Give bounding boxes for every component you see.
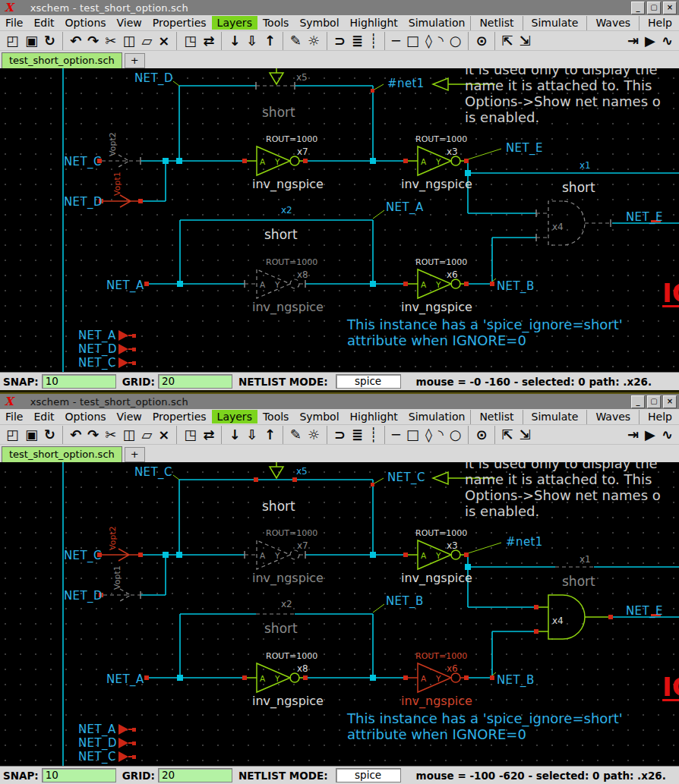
netlist-icon[interactable]: ⇥ [624, 426, 642, 444]
menu-item[interactable]: Layers [212, 410, 257, 423]
menu-item[interactable]: Symbol [294, 16, 344, 30]
menu-item[interactable]: Layers [212, 16, 257, 30]
schematic-canvas[interactable]: NET_D x5 short #net1 it is used only to … [0, 68, 679, 372]
gate-symbol-icon[interactable]: ⊃ [327, 32, 349, 50]
reload-icon[interactable]: ↻ [41, 32, 58, 50]
copy-icon[interactable]: ◫ [119, 426, 138, 444]
gate-symbol-icon[interactable]: ⊃ [327, 426, 349, 444]
rectangle-icon[interactable]: □ [403, 32, 422, 50]
redo-icon[interactable]: ↷ [84, 32, 102, 50]
menu-item[interactable]: Tools [257, 410, 295, 423]
new-tab-button[interactable]: + [125, 447, 145, 462]
go-up-icon[interactable]: ↑ [261, 426, 279, 444]
menu-item[interactable]: Options [60, 16, 112, 30]
light-toggle-icon[interactable]: ☼ [305, 426, 323, 444]
wire-icon[interactable]: ┊ [366, 426, 381, 444]
polygon-icon[interactable]: ◊ [422, 426, 435, 444]
menu-item[interactable]: File [0, 410, 28, 423]
reload-icon[interactable]: ↻ [41, 426, 58, 444]
redo-icon[interactable]: ↷ [84, 426, 102, 444]
zoom-out-icon[interactable]: ⇲ [516, 32, 534, 50]
close-button[interactable]: × [663, 395, 677, 408]
menu-item[interactable]: Tools [257, 16, 295, 30]
go-up-icon[interactable]: ↑ [261, 32, 279, 50]
netlist-icon[interactable]: ⇥ [624, 32, 642, 50]
circle-icon[interactable]: ○ [447, 426, 465, 444]
light-toggle-icon[interactable]: ☼ [305, 32, 323, 50]
menu-item[interactable]: Edit [28, 16, 59, 30]
menu-item[interactable]: Edit [28, 410, 59, 423]
title-bar[interactable]: X xschem - test_short_option.sch _▢× [0, 394, 679, 409]
menu-item[interactable]: Waves [586, 410, 639, 424]
menu-item[interactable]: Netlist [470, 16, 522, 30]
polygon-icon[interactable]: ◊ [422, 32, 435, 50]
grid-input[interactable]: 20 [158, 768, 232, 782]
menu-item[interactable]: Netlist [470, 410, 522, 424]
net-label-icon[interactable]: ≣ [349, 32, 366, 50]
menu-item[interactable]: Properties [147, 410, 212, 423]
draw-pencil-icon[interactable]: ✎ [283, 32, 305, 50]
push-arrow-down-icon[interactable]: ↓ [221, 426, 243, 444]
simulate-icon[interactable]: ▶ [642, 32, 658, 50]
copy-icon[interactable]: ◫ [119, 32, 138, 50]
circle-icon[interactable]: ○ [447, 32, 465, 50]
paste-icon[interactable]: ▱ [138, 32, 155, 50]
cut-icon[interactable]: ✂ [102, 426, 119, 444]
menu-item[interactable]: Simulation [403, 410, 471, 423]
wire-icon[interactable]: ┊ [366, 32, 381, 50]
menu-item[interactable]: Options [60, 410, 112, 423]
simulate-icon[interactable]: ▶ [642, 426, 658, 444]
menu-item[interactable]: Help [639, 16, 679, 30]
undo-icon[interactable]: ↶ [62, 426, 84, 444]
minimize-button[interactable]: _ [631, 395, 645, 408]
title-bar[interactable]: X xschem - test_short_option.sch _▢× [0, 0, 679, 15]
swap-icon[interactable]: ⇄ [200, 32, 217, 50]
push-arrow-down-icon[interactable]: ↓ [221, 32, 243, 50]
menu-item[interactable]: Highlight [345, 410, 403, 423]
zoom-search-icon[interactable]: ⊙ [468, 32, 490, 50]
maximize-button[interactable]: ▢ [647, 395, 661, 408]
waves-icon[interactable]: ∿ [658, 426, 676, 444]
draw-pencil-icon[interactable]: ✎ [283, 426, 305, 444]
menu-item[interactable]: Waves [586, 16, 639, 30]
menu-item[interactable]: Highlight [345, 16, 403, 30]
insert-symbol-icon[interactable]: ◳ [176, 32, 200, 50]
open-file-icon[interactable]: ◰ [3, 426, 22, 444]
delete-icon[interactable]: × [155, 32, 172, 50]
menu-item[interactable]: Simulate [523, 16, 587, 30]
net-label-icon[interactable]: ≣ [349, 426, 366, 444]
menu-item[interactable]: View [112, 410, 147, 423]
waves-icon[interactable]: ∿ [658, 32, 676, 50]
menu-item[interactable]: Properties [147, 16, 212, 30]
menu-item[interactable]: Help [639, 410, 679, 424]
arc-icon[interactable]: ◝ [435, 32, 447, 50]
save-icon[interactable]: ▣ [22, 426, 41, 444]
snap-input[interactable]: 10 [42, 768, 116, 782]
line-icon[interactable]: ─ [384, 426, 403, 444]
zoom-search-icon[interactable]: ⊙ [468, 426, 490, 444]
menu-item[interactable]: Simulate [523, 410, 587, 424]
netlist-mode-input[interactable]: spice [336, 768, 401, 782]
close-button[interactable]: × [663, 2, 677, 14]
tab-schematic[interactable]: test_short_option.sch [2, 446, 122, 462]
save-icon[interactable]: ▣ [22, 32, 41, 50]
descend-symbol-icon[interactable]: ⇩ [244, 32, 261, 50]
maximize-button[interactable]: ▢ [647, 2, 661, 14]
arc-icon[interactable]: ◝ [435, 426, 447, 444]
tab-schematic[interactable]: test_short_option.sch [2, 52, 122, 68]
netlist-mode-input[interactable]: spice [336, 374, 401, 389]
snap-input[interactable]: 10 [42, 374, 116, 389]
schematic-canvas[interactable]: NET_C x5 short NET_C it is used only to … [0, 462, 679, 766]
rectangle-icon[interactable]: □ [403, 426, 422, 444]
new-tab-button[interactable]: + [125, 53, 145, 68]
open-file-icon[interactable]: ◰ [3, 32, 22, 50]
insert-symbol-icon[interactable]: ◳ [176, 426, 200, 444]
line-icon[interactable]: ─ [384, 32, 403, 50]
minimize-button[interactable]: _ [631, 2, 645, 14]
menu-item[interactable]: File [0, 16, 28, 30]
zoom-out-icon[interactable]: ⇲ [516, 426, 534, 444]
zoom-in-icon[interactable]: ⇱ [494, 32, 516, 50]
undo-icon[interactable]: ↶ [62, 32, 84, 50]
delete-icon[interactable]: × [155, 426, 172, 444]
menu-item[interactable]: View [112, 16, 147, 30]
